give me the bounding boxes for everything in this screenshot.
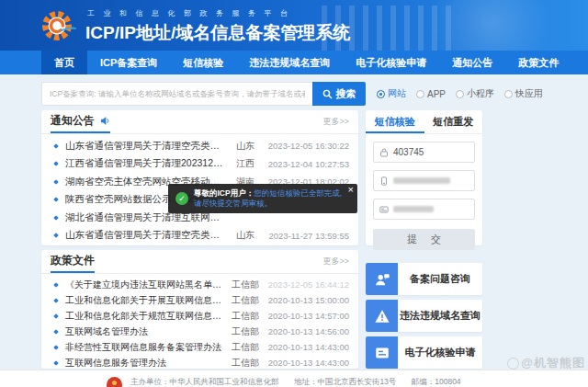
policies-title-text: 政策文件 xyxy=(51,250,95,271)
radio-dot-icon xyxy=(377,90,385,98)
sms-complete-toast: ✓ 尊敬的ICP用户：您的短信核验已全部完成,请尽快提交管局审核。 × xyxy=(168,184,357,213)
notice-region: 江西 xyxy=(228,157,263,170)
illegal-domain-query-button[interactable]: 违法违规域名查询 xyxy=(366,300,482,332)
notice-date: 2023-12-04 10:27:53 xyxy=(263,159,349,169)
nav-item[interactable]: 首页 xyxy=(41,51,87,74)
search-type-radio[interactable]: 小程序 xyxy=(456,87,494,100)
search-icon xyxy=(322,89,333,99)
sms-code-field[interactable] xyxy=(373,199,475,220)
search-type-radio[interactable]: 快应用 xyxy=(504,87,543,100)
policy-date: 2020-10-13 15:00:00 xyxy=(263,295,349,305)
nav-item[interactable]: ICP备案查询 xyxy=(87,51,170,74)
radio-dot-icon xyxy=(416,90,424,98)
bullet-icon xyxy=(53,197,59,202)
speaker-icon xyxy=(100,116,110,126)
verify-code-value: 403745 xyxy=(393,147,424,157)
policy-row[interactable]: 工业和信息化部关于开展互联网信息服务备案用户真实身份信息电 工信部 2020-1… xyxy=(47,292,349,308)
policies-more-link[interactable]: 更多>> xyxy=(322,256,349,267)
watermark-logo-icon xyxy=(507,358,519,370)
sms-tabs: 短信核验 短信重发 xyxy=(366,110,482,134)
bullet-icon xyxy=(53,161,59,166)
illegal-domain-query-label: 违法违规域名查询 xyxy=(398,300,482,332)
icp-beian-homepage: { "header": { "platform": "工业和信息化部政务服务平台… xyxy=(0,0,588,387)
policy-issuer: 工信部 xyxy=(228,325,263,338)
watermark: @机智熊图 xyxy=(507,355,585,371)
notice-date: 2023-12-05 16:30:22 xyxy=(263,141,349,151)
notice-row[interactable]: 江西省通信管理局关于清理20231204批次空壳数据公示 江西 2023-12-… xyxy=(47,155,349,174)
nav-item[interactable]: 电子化核验申请 xyxy=(343,51,439,74)
notice-region: 山东 xyxy=(228,229,263,242)
nav-item[interactable]: 短信核验 xyxy=(170,51,236,74)
bullet-icon xyxy=(53,345,59,350)
toast-text: 尊敬的ICP用户：您的短信核验已全部完成,请尽快提交管局审核。 xyxy=(194,188,348,209)
policy-title: 非经营性互联网信息服务备案管理办法 xyxy=(65,341,228,354)
policies-panel: 政策文件 更多>> 《关于建立境内违法互联网站黑名单管理制度的通知》 (工信部联… xyxy=(41,250,358,369)
policy-title: 《关于建立境内违法互联网站黑名单管理制度的通知》 (工信部联 xyxy=(65,279,228,291)
site-title: ICP/IP地址/域名信息备案管理系统 xyxy=(85,21,350,45)
masked-phone-value xyxy=(393,177,450,184)
site-header: 工业和信息化部政务服务平台 ICP/IP地址/域名信息备案管理系统 xyxy=(0,0,588,51)
notices-panel: 通知公告 更多>> 山东省通信管理局关于清理空壳类备案数据的公示 (202341… xyxy=(41,110,358,245)
notices-more-link[interactable]: 更多>> xyxy=(322,116,349,128)
policy-row[interactable]: 《关于建立境内违法互联网站黑名单管理制度的通知》 (工信部联 工信部 2023-… xyxy=(47,277,349,292)
tab-sms-resend[interactable]: 短信重发 xyxy=(424,110,483,133)
footer-host: 主办单位：中华人民共和国工业和信息化部 xyxy=(130,377,279,386)
bullet-icon xyxy=(53,360,59,366)
header-glow-decoration xyxy=(423,0,560,51)
footer-text: 主办单位：中华人民共和国工业和信息化部 地址：中国北京西长安街13号 邮编：10… xyxy=(130,377,474,387)
notice-row[interactable]: 山东省通信管理局关于清理空壳类备案数据的公示 (202340批次) 山东 202… xyxy=(47,227,349,245)
nav-item[interactable]: 政策文件 xyxy=(505,51,571,74)
notice-title: 江西省通信管理局关于清理20231204批次空壳数据公示 xyxy=(65,157,228,170)
nav-item[interactable]: 通知公告 xyxy=(439,51,505,74)
notices-title-text: 通知公告 xyxy=(51,110,95,131)
notice-row[interactable]: 山东省通信管理局关于清理空壳类备案数据的公示 (202341批次) 山东 202… xyxy=(47,137,349,155)
chat-person-icon xyxy=(366,263,398,295)
footer-address: 地址：中国北京西长安街13号 xyxy=(294,377,396,386)
policy-row[interactable]: 工业和信息化部关于规范互联网信息服务使用域名的通知 工信部 2020-10-13… xyxy=(47,308,349,324)
notice-title: 山东省通信管理局关于清理空壳类备案数据的公示 (202341批次) xyxy=(65,140,228,153)
bullet-icon xyxy=(53,298,59,303)
sms-verify-panel: 短信核验 短信重发 403745 提 交 xyxy=(366,110,482,245)
tab-sms-verify[interactable]: 短信核验 xyxy=(366,110,424,133)
policy-row[interactable]: 非经营性互联网信息服务备案管理办法 工信部 2020-10-13 14:43:0… xyxy=(47,339,349,355)
policy-row[interactable]: 互联网信息服务管理办法 工信部 2020-10-13 14:43:00 xyxy=(47,355,349,370)
miit-gear-logo-icon xyxy=(40,7,77,44)
policy-issuer: 工信部 xyxy=(228,279,263,291)
search-button-label: 搜索 xyxy=(336,87,356,101)
phone-number-field[interactable] xyxy=(373,170,475,191)
notices-title: 通知公告 xyxy=(51,110,110,133)
search-input[interactable] xyxy=(41,82,312,106)
policy-issuer: 工信部 xyxy=(228,310,263,323)
consult-button[interactable]: 备案问题咨询 xyxy=(366,263,482,295)
notice-title: 山东省通信管理局关于清理空壳类备案数据的公示 (202340批次) xyxy=(65,229,228,242)
search-type-radio[interactable]: 网站 xyxy=(377,87,406,100)
submit-button[interactable]: 提 交 xyxy=(373,229,475,250)
radio-dot-icon xyxy=(456,90,464,98)
radio-label: 网站 xyxy=(388,87,406,100)
bullet-icon xyxy=(53,329,59,335)
national-emblem-icon xyxy=(107,377,122,387)
policy-title: 互联网信息服务管理办法 xyxy=(65,357,228,370)
main-nav: 首页 ICP备案查询 短信核验 违法违规域名查询 电子化核验申请 通知公告 政策… xyxy=(0,51,588,74)
platform-subtitle: 工业和信息化部政务服务平台 xyxy=(87,8,297,18)
icp-search-bar: 搜索 网站 APP 小程序 快应用 xyxy=(41,82,547,106)
policy-date: 2020-10-13 14:43:00 xyxy=(263,342,349,352)
close-icon[interactable]: × xyxy=(348,184,354,195)
nav-item[interactable]: 违法违规域名查询 xyxy=(236,51,343,74)
warning-triangle-icon xyxy=(366,300,398,332)
policy-issuer: 工信部 xyxy=(228,357,263,370)
notices-header: 通知公告 更多>> xyxy=(41,110,358,134)
policy-title: 工业和信息化部关于开展互联网信息服务备案用户真实身份信息电 xyxy=(65,294,228,307)
e-verify-apply-button[interactable]: 电子化核验申请 xyxy=(366,336,482,369)
policy-date: 2023-12-05 16:44:12 xyxy=(263,279,349,290)
policy-date: 2020-10-13 14:43:00 xyxy=(263,358,349,368)
search-type-radio[interactable]: APP xyxy=(416,89,446,99)
bullet-icon xyxy=(53,282,59,288)
policy-date: 2020-10-13 14:57:00 xyxy=(263,311,349,321)
policy-row[interactable]: 互联网域名管理办法 工信部 2020-10-13 14:56:00 xyxy=(47,324,349,339)
bullet-icon xyxy=(53,313,59,319)
policy-title: 互联网域名管理办法 xyxy=(65,325,228,338)
policy-title: 工业和信息化部关于规范互联网信息服务使用域名的通知 xyxy=(65,310,228,323)
search-button[interactable]: 搜索 xyxy=(312,82,366,106)
verify-code-field[interactable]: 403745 xyxy=(373,142,475,163)
